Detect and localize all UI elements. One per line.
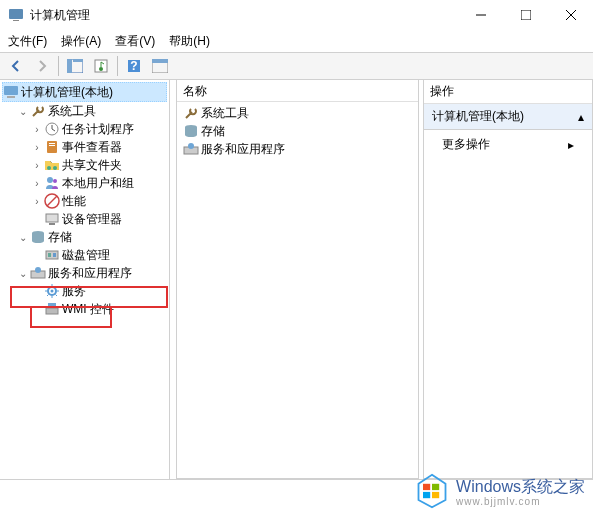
menu-view[interactable]: 查看(V)	[115, 33, 155, 50]
expand-icon[interactable]: ›	[30, 124, 44, 135]
services-apps-icon	[183, 141, 199, 157]
list-item[interactable]: 系统工具	[179, 104, 416, 122]
tree-services-apps[interactable]: ⌄ 服务和应用程序	[2, 264, 167, 282]
expand-icon[interactable]: ›	[30, 160, 44, 171]
expand-icon[interactable]: ⌄	[16, 232, 30, 243]
tree-label: 性能	[62, 193, 86, 210]
expand-icon[interactable]: ›	[30, 178, 44, 189]
app-icon	[8, 7, 24, 23]
tree-label: 系统工具	[48, 103, 96, 120]
services-apps-icon	[30, 265, 46, 281]
column-header-name[interactable]: 名称	[177, 80, 418, 102]
title-bar: 计算机管理	[0, 0, 593, 30]
list-item[interactable]: 存储	[179, 122, 416, 140]
tree-disk-management[interactable]: 磁盘管理	[2, 246, 167, 264]
book-icon	[44, 139, 60, 155]
tree-label: 服务和应用程序	[48, 265, 132, 282]
storage-icon	[30, 229, 46, 245]
minimize-button[interactable]	[458, 0, 503, 30]
svg-point-35	[51, 290, 54, 293]
properties-button[interactable]	[89, 54, 113, 78]
svg-rect-37	[48, 303, 56, 308]
expand-icon[interactable]: ›	[30, 142, 44, 153]
tree-system-tools[interactable]: ⌄ 系统工具	[2, 102, 167, 120]
chevron-right-icon: ▸	[568, 138, 574, 152]
svg-rect-41	[423, 484, 430, 490]
tree-services[interactable]: 服务	[2, 282, 167, 300]
list-item[interactable]: 服务和应用程序	[179, 140, 416, 158]
expand-icon[interactable]: ⌄	[16, 106, 30, 117]
tree-label: 本地用户和组	[62, 175, 134, 192]
tree-storage[interactable]: ⌄ 存储	[2, 228, 167, 246]
watermark-title: Windows系统之家	[456, 477, 585, 496]
svg-rect-16	[7, 96, 15, 98]
svg-rect-7	[67, 59, 72, 73]
actions-pane: 操作 计算机管理(本地) ▴ 更多操作 ▸	[423, 80, 593, 479]
forward-button[interactable]	[30, 54, 54, 78]
list-body[interactable]: 系统工具 存储 服务和应用程序	[177, 102, 418, 478]
svg-point-33	[35, 267, 41, 273]
maximize-button[interactable]	[503, 0, 548, 30]
actions-header: 操作	[424, 80, 592, 104]
tree-label: 计算机管理(本地)	[21, 84, 113, 101]
svg-rect-14	[152, 59, 168, 63]
tools-icon	[183, 105, 199, 121]
navigation-tree[interactable]: 计算机管理(本地) ⌄ 系统工具 ›任务计划程序 ›事件查看器 ›共享文件夹 ›…	[0, 80, 170, 479]
tree-label: 磁盘管理	[62, 247, 110, 264]
more-label: 更多操作	[442, 136, 490, 153]
svg-rect-1	[13, 20, 19, 21]
tree-event-viewer[interactable]: ›事件查看器	[2, 138, 167, 156]
menu-help[interactable]: 帮助(H)	[169, 33, 210, 50]
tree-label: 服务	[62, 283, 86, 300]
svg-point-10	[99, 67, 103, 71]
storage-icon	[183, 123, 199, 139]
window-controls	[458, 0, 593, 30]
close-button[interactable]	[548, 0, 593, 30]
section-label: 计算机管理(本地)	[432, 108, 524, 125]
tools-icon	[30, 103, 46, 119]
svg-rect-8	[73, 59, 83, 62]
back-button[interactable]	[4, 54, 28, 78]
computer-icon	[3, 84, 19, 100]
tree-device-manager[interactable]: 设备管理器	[2, 210, 167, 228]
svg-rect-3	[521, 10, 531, 20]
tree-wmi-control[interactable]: WMI 控件	[2, 300, 167, 318]
watermark: Windows系统之家 www.bjjmlv.com	[414, 473, 585, 512]
tree-shared-folders[interactable]: ›共享文件夹	[2, 156, 167, 174]
toolbar-divider	[117, 56, 118, 76]
svg-rect-18	[47, 141, 57, 153]
show-hide-tree-button[interactable]	[63, 54, 87, 78]
disk-icon	[44, 247, 60, 263]
svg-rect-15	[4, 86, 18, 95]
expand-icon[interactable]: ›	[30, 196, 44, 207]
menu-action[interactable]: 操作(A)	[61, 33, 101, 50]
tree-label: 事件查看器	[62, 139, 122, 156]
tree-label: 设备管理器	[62, 211, 122, 228]
svg-rect-27	[49, 223, 55, 225]
item-label: 系统工具	[201, 105, 249, 122]
wmi-icon	[44, 301, 60, 317]
tree-local-users[interactable]: ›本地用户和组	[2, 174, 167, 192]
tree-task-scheduler[interactable]: ›任务计划程序	[2, 120, 167, 138]
tree-root[interactable]: 计算机管理(本地)	[2, 82, 167, 102]
help-button[interactable]: ?	[122, 54, 146, 78]
menu-file[interactable]: 文件(F)	[8, 33, 47, 50]
main-content: 计算机管理(本地) ⌄ 系统工具 ›任务计划程序 ›事件查看器 ›共享文件夹 ›…	[0, 80, 593, 480]
svg-rect-36	[46, 308, 58, 314]
refresh-button[interactable]	[148, 54, 172, 78]
svg-rect-31	[53, 253, 56, 257]
svg-rect-44	[432, 492, 439, 498]
svg-rect-20	[49, 145, 55, 146]
tree-label: 存储	[48, 229, 72, 246]
actions-section[interactable]: 计算机管理(本地) ▴	[424, 104, 592, 130]
svg-point-21	[47, 166, 51, 170]
window-title: 计算机管理	[30, 7, 458, 24]
svg-text:?: ?	[130, 59, 137, 73]
tree-label: WMI 控件	[62, 301, 114, 318]
tree-performance[interactable]: ›性能	[2, 192, 167, 210]
expand-icon[interactable]: ⌄	[16, 268, 30, 279]
actions-more[interactable]: 更多操作 ▸	[424, 130, 592, 159]
svg-point-24	[53, 179, 57, 183]
toolbar: ?	[0, 52, 593, 80]
toolbar-divider	[58, 56, 59, 76]
